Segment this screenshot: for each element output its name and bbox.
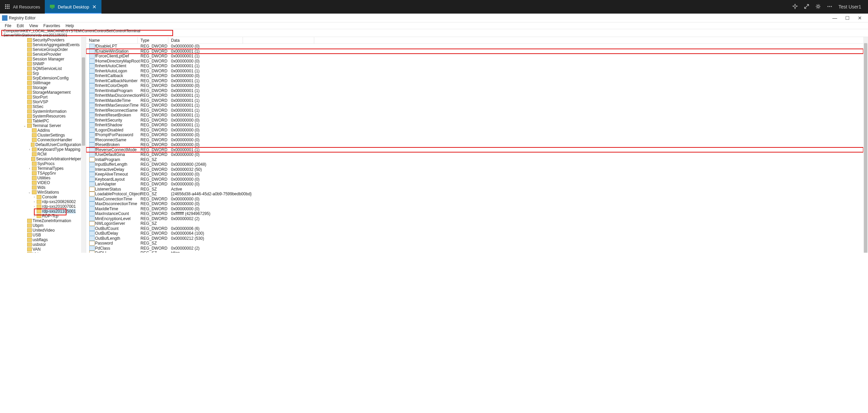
value-row[interactable]: InputBufferLengthREG_DWORD0x00000800 (20… [86, 162, 863, 167]
menu-file[interactable]: File [2, 23, 14, 29]
close-icon[interactable] [92, 4, 97, 9]
value-row[interactable]: KeepAliveTimeoutREG_DWORD0x00000000 (0) [86, 172, 863, 177]
tree-item[interactable]: ›Console [0, 195, 81, 199]
value-row[interactable]: KeyboardLayoutREG_DWORD0x00000000 (0) [86, 177, 863, 182]
tree-item[interactable]: ServiceAggregatedEvents [0, 42, 81, 47]
tree-item[interactable]: Srp [0, 71, 81, 76]
tree-item[interactable]: ›TerminalTypes [0, 166, 81, 171]
value-row[interactable]: MinEncryptionLevelREG_DWORD0x00000002 (2… [86, 216, 863, 221]
col-data[interactable]: Data [168, 37, 243, 43]
value-row[interactable]: PdClassREG_DWORD0x00000002 (2) [86, 246, 863, 251]
value-row[interactable]: fInheritCallbackNumberREG_DWORD0x0000000… [86, 78, 863, 84]
menu-view[interactable]: View [26, 23, 41, 29]
tree-item[interactable]: SNMP [0, 61, 81, 66]
value-row[interactable]: fInheritInitialProgramREG_DWORD0x0000000… [86, 88, 863, 93]
tree-item[interactable]: Storage [0, 85, 81, 90]
tree-item[interactable]: ›RDP-Tcp [0, 214, 81, 218]
tree-item[interactable]: usbflags [0, 237, 81, 242]
tree-item[interactable]: ConnectionHandler [0, 138, 81, 142]
value-row[interactable]: fInheritShadowREG_DWORD0x00000001 (1) [86, 123, 863, 128]
value-row[interactable]: MaxDisconnectionTimeREG_DWORD0x00000000 … [86, 201, 863, 206]
value-row[interactable]: fInheritReconnectSameREG_DWORD0x00000001… [86, 108, 863, 113]
tree-item[interactable]: TabletPC [0, 119, 81, 123]
tree-item[interactable]: Wds [0, 185, 81, 190]
value-row[interactable]: fReconnectSameREG_DWORD0x00000000 (0) [86, 138, 863, 143]
chevron-right-icon[interactable]: › [28, 167, 31, 170]
value-row[interactable]: fInheritResetBrokenREG_DWORD0x00000001 (… [86, 113, 863, 118]
tree-item[interactable]: Utilities [0, 176, 81, 180]
value-row[interactable]: LoadableProtocol_ObjectREG_SZ{24656d38-a… [86, 192, 863, 197]
tree-item[interactable]: SrpExtensionConfig [0, 76, 81, 80]
tree-item[interactable]: SysProcs [0, 161, 81, 166]
chevron-down-icon[interactable]: ⌄ [23, 124, 26, 127]
tree-item[interactable]: SystemResources [0, 114, 81, 119]
value-row[interactable]: fEnableWinStationREG_DWORD0x00000001 (1) [86, 49, 863, 54]
tree-item[interactable]: VAN [0, 247, 81, 252]
tree-item[interactable]: Ubpm [0, 223, 81, 228]
tree-item[interactable]: VIDEO [0, 180, 81, 185]
value-row[interactable]: OutBufDelayREG_DWORD0x00000064 (100) [86, 231, 863, 236]
tree-item[interactable]: DefaultUserConfiguration [0, 142, 81, 147]
tree-item[interactable]: StillImage [0, 80, 81, 85]
tree-item[interactable]: SecurityProviders [0, 38, 81, 42]
tree-item[interactable]: ›rdp-sxs201105001 [0, 209, 81, 214]
chevron-right-icon[interactable]: › [33, 210, 36, 213]
value-row[interactable]: fInheritMaxSessionTimeREG_DWORD0x0000000… [86, 103, 863, 108]
tree-item[interactable]: USB [0, 233, 81, 237]
value-row[interactable]: fDisableLPTREG_DWORD0x00000000 (0) [86, 44, 863, 49]
value-row[interactable]: fLogonDisabledREG_DWORD0x00000000 (0) [86, 128, 863, 133]
value-row[interactable]: fInheritMaxDisconnectionTimeREG_DWORD0x0… [86, 93, 863, 98]
tree-item[interactable]: usbstor [0, 242, 81, 247]
menu-favorites[interactable]: Favorites [41, 23, 63, 29]
chevron-down-icon[interactable]: ⌄ [28, 191, 31, 194]
tab-default-desktop[interactable]: Default Desktop [45, 0, 101, 14]
close-button[interactable]: ✕ [856, 15, 864, 21]
user-label[interactable]: Test User1 [838, 4, 861, 10]
value-row[interactable]: fInheritSecurityREG_DWORD0x00000000 (0) [86, 118, 863, 123]
value-row[interactable]: fForceClientLptDefREG_DWORD0x00000001 (1… [86, 54, 863, 59]
value-row[interactable]: MaxIdleTimeREG_DWORD0x00000000 (0) [86, 206, 863, 212]
value-row[interactable]: PasswordREG_SZ [86, 241, 863, 246]
more-icon[interactable] [827, 4, 832, 10]
value-row[interactable]: MaxConnectionTimeREG_DWORD0x00000000 (0) [86, 197, 863, 202]
tree-item[interactable]: Session Manager [0, 57, 81, 61]
value-row[interactable]: MaxInstanceCountREG_DWORD0xffffffff (429… [86, 211, 863, 216]
value-row[interactable]: fUseDefaultGinaREG_DWORD0x00000000 (0) [86, 152, 863, 157]
tree-item[interactable]: StorageManagement [0, 90, 81, 95]
tree-item[interactable]: SystemInformation [0, 109, 81, 114]
tree-item[interactable]: ServiceGroupOrder [0, 47, 81, 52]
address-bar[interactable]: Computer\HKEY_LOCAL_MACHINE\SYSTEM\Curre… [1, 30, 173, 36]
value-row[interactable]: fInheritMaxIdleTimeREG_DWORD0x00000001 (… [86, 98, 863, 103]
tree-item[interactable]: ›rdp-sxs200826002 [0, 199, 81, 204]
tree-item[interactable]: SQMServiceList [0, 66, 81, 71]
chevron-right-icon[interactable]: › [28, 148, 31, 151]
menu-help[interactable]: Help [63, 23, 77, 29]
tree-item[interactable]: ⌄Terminal Server [0, 123, 81, 128]
gear-icon[interactable] [815, 4, 821, 10]
value-row[interactable]: OutBufLengthREG_DWORD0x00000212 (530) [86, 236, 863, 241]
tree-item[interactable]: RCM [0, 152, 81, 157]
value-row[interactable]: ListenerStatusREG_SZActive [86, 187, 863, 192]
tree-item[interactable]: ›rdp-sxs201007001 [0, 204, 81, 209]
tab-all-resources[interactable]: All Resources [0, 0, 45, 14]
col-name[interactable]: Name [86, 37, 138, 43]
value-row[interactable]: NWLogonServerREG_SZ [86, 221, 863, 226]
menu-edit[interactable]: Edit [14, 23, 26, 29]
tree-item[interactable]: AddIns [0, 128, 81, 133]
pin-icon[interactable] [792, 4, 798, 10]
value-row[interactable]: fInheritAutoLogonREG_DWORD0x00000001 (1) [86, 69, 863, 74]
tree-item[interactable]: TimeZoneInformation [0, 218, 81, 223]
tree-item[interactable]: UnitedVideo [0, 228, 81, 233]
tree-item[interactable]: ServiceProvider [0, 52, 81, 57]
value-row[interactable]: fPromptForPasswordREG_DWORD0x00000000 (0… [86, 132, 863, 138]
tree-item[interactable]: StorPort [0, 95, 81, 100]
value-row[interactable]: fResetBrokenREG_DWORD0x00000000 (0) [86, 142, 863, 147]
value-row[interactable]: LanAdapterREG_DWORD0x00000000 (0) [86, 182, 863, 187]
tree-item[interactable]: TSAppSrv [0, 171, 81, 176]
expand-icon[interactable] [804, 4, 809, 10]
chevron-right-icon[interactable]: › [33, 205, 36, 208]
tree-item[interactable]: StSec [0, 104, 81, 109]
tree-item[interactable]: SessionArbitrationHelper [0, 157, 81, 161]
value-row[interactable]: fInheritColorDepthREG_DWORD0x00000000 (0… [86, 83, 863, 88]
tree-item[interactable]: ClusterSettings [0, 133, 81, 138]
